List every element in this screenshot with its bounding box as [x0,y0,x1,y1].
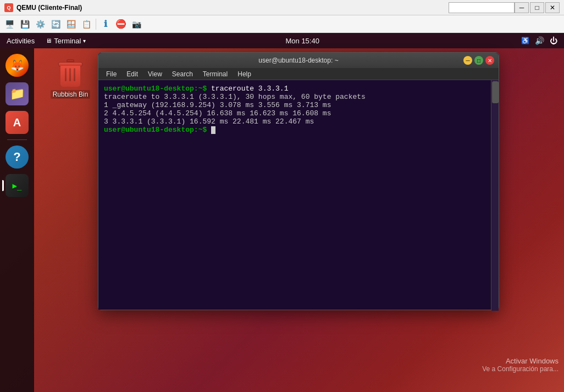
terminal-line-3: 1 _gateway (192.168.9.254) 3.078 ms 3.55… [104,101,493,109]
terminal-title: user@ubuntu18-desktop: ~ [103,57,494,64]
terminal-hop-2: 2 4.4.5.254 (4.4.5.254) 16.638 ms 16.623… [104,109,331,117]
sidebar-item-files[interactable]: 📁 [4,81,30,107]
topbar-app-name[interactable]: 🖥 Terminal ▾ [41,33,90,48]
qemu-minimize-button[interactable]: ─ [515,2,529,13]
appstore-icon: A [5,111,29,134]
terminal-close-button[interactable]: ✕ [485,56,494,65]
terminal-menu-terminal[interactable]: Terminal [198,69,232,79]
rubbish-bin-label: Rubbish Bin [51,90,91,99]
terminal-line-4: 2 4.4.5.254 (4.4.5.254) 16.638 ms 16.623… [104,109,493,117]
terminal-menu-edit[interactable]: Edit [122,69,142,79]
qemu-titlebar: Q QEMU (Cliente-Final) ─ □ ✕ [0,0,564,15]
terminal-hop-1: 1 _gateway (192.168.9.254) 3.078 ms 3.55… [104,101,331,109]
sidebar-item-terminal[interactable]: ▶_ [4,173,30,198]
terminal-line-1: user@ubuntu18-desktop:~$ traceroute 3.3.… [104,85,493,93]
terminal-content[interactable]: user@ubuntu18-desktop:~$ traceroute 3.3.… [98,80,499,310]
sidebar-item-firefox[interactable]: 🦊 [4,53,30,78]
terminal-line-2: traceroute to 3.3.3.1 (3.3.3.1), 30 hops… [104,93,493,101]
toolbar-btn-windows[interactable]: 🪟 [64,17,78,31]
firefox-icon: 🦊 [5,54,29,77]
terminal-window-controls: ─ □ ✕ [463,56,494,65]
qemu-search-input[interactable] [449,2,515,13]
toolbar-btn-info[interactable]: ℹ [98,17,113,31]
qemu-title-left: Q QEMU (Cliente-Final) [4,3,82,12]
ubuntu-sidebar: 🦊 📁 A ? ▶_ [0,48,34,392]
terminal-menu-file[interactable]: File [102,69,121,79]
qemu-close-button[interactable]: ✕ [545,2,560,13]
ubuntu-desktop: Activities 🖥 Terminal ▾ Mon 15:40 ♿ 🔊 ⏻ … [0,33,564,392]
rubbish-bin-icon[interactable]: Rubbish Bin [48,59,92,99]
terminal-prompt-2: user@ubuntu18-desktop:~$ [104,126,207,134]
terminal-line-5: 3 3.3.3.1 (3.3.3.1) 16.592 ms 22.481 ms … [104,117,493,126]
sidebar-item-appstore[interactable]: A [4,110,30,135]
files-icon: 📁 [5,82,29,105]
toolbar-btn-5[interactable]: 📋 [79,17,93,31]
qemu-search-box [449,2,515,13]
toolbar-btn-6[interactable]: 📷 [129,17,143,31]
activate-line2: Ve a Configuración para... [482,365,559,373]
terminal-sidebar-icon: ▶_ [5,174,29,197]
terminal-hop-3: 3 3.3.3.1 (3.3.3.1) 16.592 ms 22.481 ms … [104,117,314,126]
qemu-title-text: QEMU (Cliente-Final) [16,4,82,12]
terminal-titlebar: user@ubuntu18-desktop: ~ ─ □ ✕ [98,53,499,68]
activities-button[interactable]: Activities [0,33,41,48]
trash-bin-image [56,59,85,88]
terminal-cursor [211,126,215,134]
topbar-right-icons: ♿ 🔊 ⏻ [515,35,564,47]
volume-icon[interactable]: 🔊 [533,35,545,47]
terminal-output-1: traceroute to 3.3.3.1 (3.3.3.1), 30 hops… [104,93,366,101]
terminal-menu-help[interactable]: Help [233,69,256,79]
terminal-prompt-1: user@ubuntu18-desktop:~$ [104,85,207,93]
activate-watermark: Activar Windows Ve a Configuración para.… [482,357,559,373]
toolbar-btn-stop[interactable]: ⛔ [114,17,128,31]
topbar-clock[interactable]: Mon 15:40 [90,37,515,45]
power-icon[interactable]: ⏻ [548,35,560,47]
qemu-logo: Q [4,3,13,12]
toolbar-btn-2[interactable]: 💾 [18,17,32,31]
qemu-maximize-button[interactable]: □ [530,2,544,13]
terminal-maximize-button[interactable]: □ [474,56,483,65]
terminal-line-6: user@ubuntu18-desktop:~$ [104,126,493,134]
toolbar-btn-4[interactable]: 🔄 [48,17,63,31]
help-icon: ? [5,145,29,169]
terminal-menubar: File Edit View Search Terminal Help [98,68,499,80]
terminal-minimize-button[interactable]: ─ [463,56,472,65]
sidebar-item-help[interactable]: ? [4,144,30,170]
toolbar-btn-1[interactable]: 🖥️ [2,17,16,31]
terminal-window: user@ubuntu18-desktop: ~ ─ □ ✕ File Edit… [98,52,499,310]
accessibility-icon[interactable]: ♿ [519,35,531,47]
activate-line1: Activar Windows [482,357,559,365]
sidebar-separator [7,139,27,140]
terminal-menu-search[interactable]: Search [168,69,197,79]
toolbar-separator [96,19,96,30]
terminal-scrollbar[interactable] [491,80,499,311]
terminal-menu-view[interactable]: View [143,69,167,79]
qemu-toolbar: 🖥️ 💾 ⚙️ 🔄 🪟 📋 ℹ ⛔ 📷 [0,15,564,33]
ubuntu-topbar: Activities 🖥 Terminal ▾ Mon 15:40 ♿ 🔊 ⏻ [0,33,564,48]
terminal-command: traceroute 3.3.3.1 [207,85,288,93]
toolbar-btn-3[interactable]: ⚙️ [33,17,47,31]
qemu-window-controls: ─ □ ✕ [515,2,560,13]
